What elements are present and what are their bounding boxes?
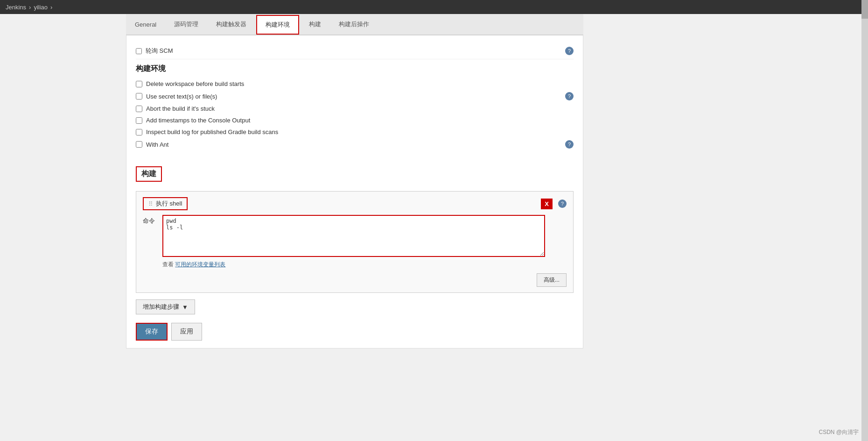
action-row: 保存 应用 — [136, 323, 574, 341]
checkbox-label-5: With Ant — [146, 141, 168, 148]
build-section-title: 构建 — [136, 166, 162, 182]
poll-scm-label: 轮询 SCM — [146, 47, 173, 55]
breadcrumb-arrow2: › — [50, 4, 52, 11]
add-step-button[interactable]: 增加构建步骤 ▼ — [136, 299, 195, 314]
shell-header: ⠿ 执行 shell X ? — [143, 197, 567, 210]
checkbox-with-ant[interactable] — [136, 141, 142, 148]
checkbox-timestamps[interactable] — [136, 117, 142, 124]
env-link-row: 查看 可用的环境变量列表 — [162, 261, 567, 269]
apply-button[interactable]: 应用 — [171, 323, 202, 341]
breadcrumb-arrow1: › — [29, 4, 31, 11]
tab-general[interactable]: General — [126, 16, 165, 33]
checkbox-label-2: Abort the build if it's stuck — [146, 105, 215, 112]
shell-title-box: ⠿ 执行 shell — [143, 197, 188, 210]
checkbox-row-0: Delete workspace before build starts — [136, 80, 574, 87]
checkbox-abort-stuck[interactable] — [136, 106, 142, 112]
add-step-row: 增加构建步骤 ▼ — [136, 299, 574, 314]
breadcrumb-yiliao[interactable]: yiliao — [34, 4, 48, 11]
env-variables-link[interactable]: 可用的环境变量列表 — [175, 261, 225, 268]
drag-icon: ⠿ — [148, 200, 153, 207]
add-step-arrow-icon: ▼ — [182, 304, 188, 311]
tab-build[interactable]: 构建 — [300, 15, 330, 34]
tab-post-build[interactable]: 构建后操作 — [330, 15, 378, 34]
checkbox-delete-workspace[interactable] — [136, 81, 142, 87]
advanced-button[interactable]: 高级... — [537, 273, 567, 287]
scrollbar-thumb[interactable] — [861, 0, 868, 19]
shell-title: 执行 shell — [156, 199, 182, 208]
tab-source[interactable]: 源码管理 — [165, 15, 207, 34]
add-step-label: 增加构建步骤 — [143, 303, 179, 311]
poll-scm-checkbox[interactable] — [136, 48, 142, 54]
env-link-prefix: 查看 — [162, 261, 174, 268]
checkbox-secret-text[interactable] — [136, 93, 142, 100]
cmd-textarea[interactable]: pwd ls -l — [162, 215, 545, 257]
shell-help-icon[interactable]: ? — [558, 199, 567, 208]
poll-scm-help-icon[interactable]: ? — [565, 47, 574, 55]
build-env-title: 构建环境 — [136, 64, 574, 74]
cmd-row: 命令 pwd ls -l — [143, 215, 567, 257]
checkbox-label-3: Add timestamps to the Console Output — [146, 117, 250, 124]
checkbox-label-0: Delete workspace before build starts — [146, 80, 244, 87]
tab-triggers[interactable]: 构建触发器 — [207, 15, 255, 34]
checkbox-row-4: Inspect build log for published Gradle b… — [136, 128, 574, 135]
watermark: CSDN @向清宇 — [819, 428, 859, 436]
secret-text-help-icon[interactable]: ? — [565, 92, 574, 100]
content-panel: 轮询 SCM ? 构建环境 Delete workspace before bu… — [126, 35, 583, 349]
checkbox-inspect-log[interactable] — [136, 129, 142, 135]
checkbox-row-1: Use secret text(s) or file(s) ? — [136, 92, 574, 100]
checkbox-row-3: Add timestamps to the Console Output — [136, 117, 574, 124]
with-ant-help-icon[interactable]: ? — [565, 140, 574, 149]
tab-build-env[interactable]: 构建环境 — [256, 15, 299, 35]
checkbox-label-4: Inspect build log for published Gradle b… — [146, 128, 278, 135]
breadcrumb-jenkins[interactable]: Jenkins — [6, 4, 26, 11]
checkbox-row-5: With Ant ? — [136, 140, 574, 149]
checkbox-label-1: Use secret text(s) or file(s) — [146, 93, 217, 100]
tabs-row: General 源码管理 构建触发器 构建环境 构建 构建后操作 — [126, 14, 583, 35]
scrollbar[interactable] — [861, 0, 868, 441]
cmd-label: 命令 — [143, 215, 157, 225]
poll-scm-row: 轮询 SCM ? — [136, 43, 574, 59]
shell-block: ⠿ 执行 shell X ? 命令 pwd ls -l 查看 可用的环境变量列表 — [136, 191, 574, 293]
save-button[interactable]: 保存 — [136, 323, 168, 341]
checkbox-row-2: Abort the build if it's stuck — [136, 105, 574, 112]
delete-shell-button[interactable]: X — [541, 199, 553, 209]
